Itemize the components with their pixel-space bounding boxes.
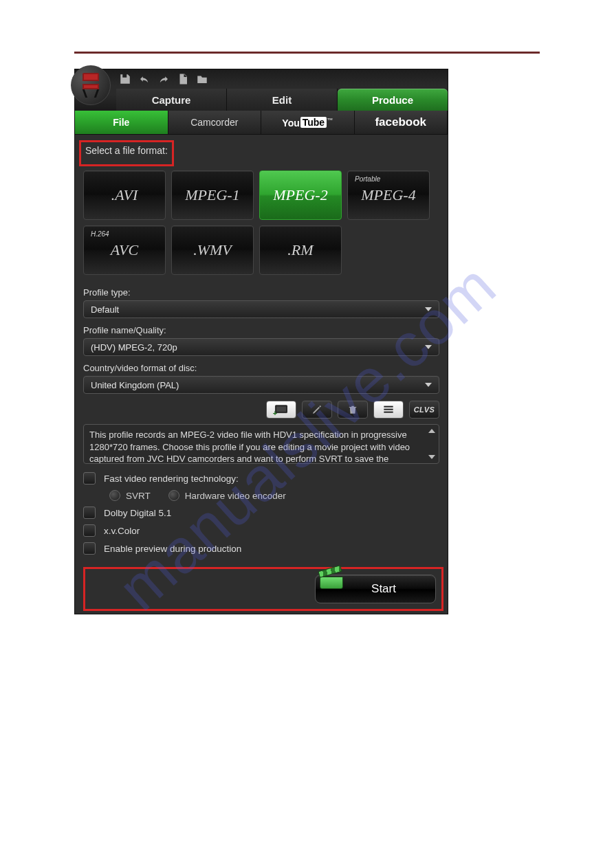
format-rm-label: .RM — [287, 241, 313, 259]
profile-description-text: This profile records an MPEG-2 video fil… — [89, 430, 410, 464]
format-grid: .AVI MPEG-1 MPEG-2 Portable MPEG-4 H.264… — [83, 170, 439, 275]
format-mpeg1-label: MPEG-1 — [185, 186, 239, 204]
highlight-start: Start — [83, 567, 443, 611]
open-folder-icon[interactable] — [196, 73, 208, 85]
format-h264-label: AVC — [111, 241, 138, 259]
new-profile-button[interactable]: + — [266, 401, 296, 419]
youtube-logo: YouTube™ — [282, 117, 333, 129]
produce-panel: Select a file format: .AVI MPEG-1 MPEG-2… — [75, 135, 448, 614]
format-mpeg2-label: MPEG-2 — [273, 186, 327, 204]
clapperboard-icon — [320, 571, 344, 592]
hw-encoder-radio[interactable] — [168, 490, 179, 501]
profile-name-label: Profile name/Quality: — [83, 325, 439, 335]
tab-produce[interactable]: Produce — [338, 89, 448, 111]
svg-rect-4 — [384, 412, 393, 413]
clvs-label: CLVS — [414, 405, 435, 414]
format-mpeg4-label: MPEG-4 — [361, 186, 415, 204]
app-window: Capture Edit Produce File Camcorder YouT… — [74, 69, 448, 614]
country-select[interactable]: United Kingdom (PAL) — [83, 376, 439, 394]
tab-edit[interactable]: Edit — [227, 89, 338, 111]
country-label: Country/video format of disc: — [83, 363, 439, 373]
tab-edit-label: Edit — [272, 94, 292, 106]
format-mpeg2[interactable]: MPEG-2 — [259, 170, 342, 220]
profile-type-label: Profile type: — [83, 287, 439, 298]
tab-capture-label: Capture — [152, 94, 191, 106]
delete-profile-button[interactable] — [338, 401, 368, 419]
format-h264[interactable]: H.264 AVC — [83, 225, 166, 275]
tab-produce-label: Produce — [372, 94, 413, 106]
xvcolor-label: x.v.Color — [104, 526, 140, 536]
dolby-label: Dolby Digital 5.1 — [104, 508, 171, 518]
format-avi-label: .AVI — [111, 186, 138, 204]
edit-profile-button[interactable] — [302, 401, 332, 419]
scroll-up-icon[interactable] — [428, 429, 435, 433]
preview-checkbox[interactable] — [83, 542, 96, 555]
header-rule — [74, 52, 540, 54]
format-mpeg4[interactable]: Portable MPEG-4 — [347, 170, 430, 220]
options-block: Fast video rendering technology: SVRT Ha… — [83, 472, 439, 555]
undo-icon[interactable] — [138, 73, 151, 85]
details-button[interactable] — [373, 401, 404, 419]
pencil-icon — [311, 404, 322, 415]
format-mpeg1[interactable]: MPEG-1 — [171, 170, 254, 220]
clvs-button[interactable]: CLVS — [409, 401, 439, 419]
start-label: Start — [371, 582, 396, 596]
sub-tabs: File Camcorder YouTube™ facebook — [75, 111, 448, 135]
subtab-camcorder[interactable]: Camcorder — [168, 111, 262, 134]
dolby-checkbox[interactable] — [83, 507, 96, 519]
main-tabs: Capture Edit Produce — [116, 89, 448, 111]
format-mpeg4-top: Portable — [355, 175, 380, 183]
trash-icon — [348, 404, 358, 415]
fast-render-label: Fast video rendering technology: — [104, 474, 239, 484]
scroll-down-icon[interactable] — [428, 455, 435, 459]
profile-description[interactable]: This profile records an MPEG-2 video fil… — [83, 424, 439, 464]
quick-toolbar — [119, 71, 208, 85]
format-wmv-label: .WMV — [193, 241, 232, 259]
profile-type-select[interactable]: Default — [83, 300, 439, 318]
chevron-down-icon — [425, 345, 432, 349]
format-rm[interactable]: .RM — [259, 225, 342, 275]
profile-type-value: Default — [91, 304, 119, 315]
start-button[interactable]: Start — [315, 575, 436, 603]
facebook-logo: facebook — [375, 115, 426, 129]
profile-name-select[interactable]: (HDV) MPEG-2, 720p — [83, 338, 439, 356]
director-chair-icon — [81, 73, 100, 98]
new-file-icon[interactable] — [177, 73, 189, 85]
subtab-file-label: File — [113, 117, 129, 128]
redo-icon[interactable] — [157, 73, 170, 85]
country-value: United Kingdom (PAL) — [91, 380, 179, 390]
subtab-facebook[interactable]: facebook — [355, 111, 448, 134]
format-h264-top: H.264 — [91, 230, 109, 238]
svg-rect-2 — [384, 406, 393, 408]
chevron-down-icon — [425, 383, 432, 387]
preview-label: Enable preview during production — [104, 544, 241, 554]
xvcolor-checkbox[interactable] — [83, 524, 96, 537]
svg-rect-1 — [276, 406, 286, 412]
svrt-label: SVRT — [126, 491, 151, 501]
title-bar: Capture Edit Produce — [75, 69, 448, 111]
profile-toolbar: + CLVS — [83, 401, 439, 419]
svrt-radio[interactable] — [109, 490, 120, 501]
tab-capture[interactable]: Capture — [116, 89, 227, 111]
subtab-youtube[interactable]: YouTube™ — [261, 111, 355, 134]
chevron-down-icon — [425, 307, 432, 311]
profile-name-value: (HDV) MPEG-2, 720p — [91, 342, 177, 353]
hw-encoder-label: Hardware video encoder — [185, 491, 286, 501]
list-icon — [383, 405, 394, 414]
format-avi[interactable]: .AVI — [83, 170, 166, 220]
subtab-camcorder-label: Camcorder — [190, 117, 238, 128]
format-wmv[interactable]: .WMV — [171, 225, 254, 275]
select-format-label: Select a file format: — [85, 145, 168, 156]
subtab-file[interactable]: File — [75, 111, 168, 134]
save-icon[interactable] — [119, 73, 131, 85]
fast-render-checkbox[interactable] — [83, 472, 96, 485]
svg-rect-3 — [384, 409, 393, 410]
app-logo[interactable] — [71, 65, 111, 105]
highlight-select-format: Select a file format: — [79, 140, 174, 166]
